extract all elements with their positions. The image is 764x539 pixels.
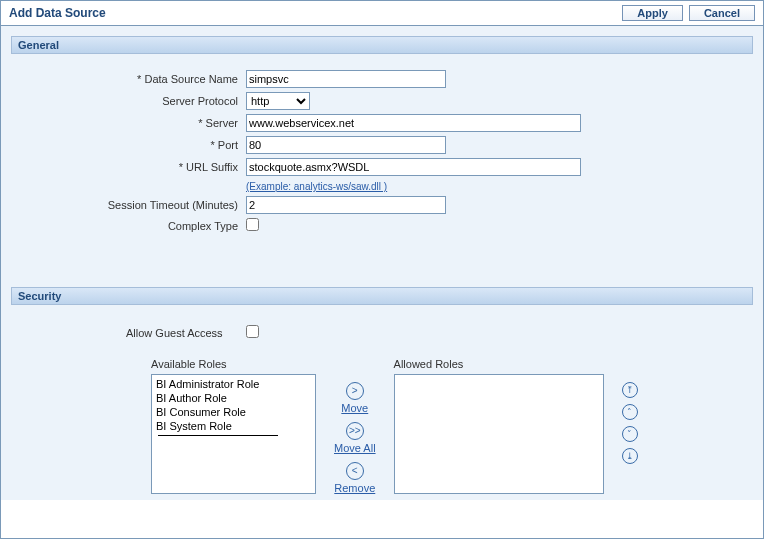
session-label: Session Timeout (Minutes) [21,199,246,211]
available-roles-label: Available Roles [151,358,316,370]
move-all-icon[interactable]: >> [346,422,364,440]
url-label: * URL Suffix [21,161,246,173]
protocol-label: Server Protocol [21,95,246,107]
complex-label: Complex Type [21,220,246,232]
remove-icon[interactable]: < [346,462,364,480]
available-roles-listbox[interactable]: BI Administrator RoleBI Author RoleBI Co… [151,374,316,494]
server-input[interactable] [246,114,581,132]
list-item[interactable]: BI Consumer Role [154,405,313,419]
guest-label: Allow Guest Access [21,327,246,339]
allowed-roles-listbox[interactable] [394,374,604,494]
move-bottom-icon[interactable]: ⤓ [622,448,638,464]
move-icon[interactable]: > [346,382,364,400]
move-top-icon[interactable]: ⤒ [622,382,638,398]
list-item[interactable]: BI Administrator Role [154,377,313,391]
session-timeout-input[interactable] [246,196,446,214]
allowed-roles-label: Allowed Roles [394,358,604,370]
server-label: * Server [21,117,246,129]
general-section-heading: General [11,36,753,54]
move-down-icon[interactable]: ˅ [622,426,638,442]
apply-button[interactable]: Apply [622,5,683,21]
security-section-body: Allow Guest Access Available Roles BI Ad… [11,305,753,500]
url-example-text: (Example: analytics-ws/saw.dll ) [246,181,387,192]
move-all-button[interactable]: Move All [334,442,376,454]
list-item[interactable]: BI Author Role [154,391,313,405]
add-data-source-panel: Add Data Source Apply Cancel General * D… [0,0,764,539]
protocol-select[interactable]: http [246,92,310,110]
general-section-body: * Data Source Name Server Protocol http … [11,54,753,257]
cancel-button[interactable]: Cancel [689,5,755,21]
remove-button[interactable]: Remove [334,482,375,494]
port-input[interactable] [246,136,446,154]
allow-guest-checkbox[interactable] [246,325,259,338]
list-divider [158,435,278,436]
url-suffix-input[interactable] [246,158,581,176]
list-item[interactable]: BI System Role [154,419,313,433]
move-button[interactable]: Move [341,402,368,414]
port-label: * Port [21,139,246,151]
page-title: Add Data Source [9,6,106,20]
panel-header: Add Data Source Apply Cancel [1,1,763,26]
move-up-icon[interactable]: ˄ [622,404,638,420]
dsname-input[interactable] [246,70,446,88]
complex-type-checkbox[interactable] [246,218,259,231]
security-section-heading: Security [11,287,753,305]
dsname-label: * Data Source Name [21,73,246,85]
